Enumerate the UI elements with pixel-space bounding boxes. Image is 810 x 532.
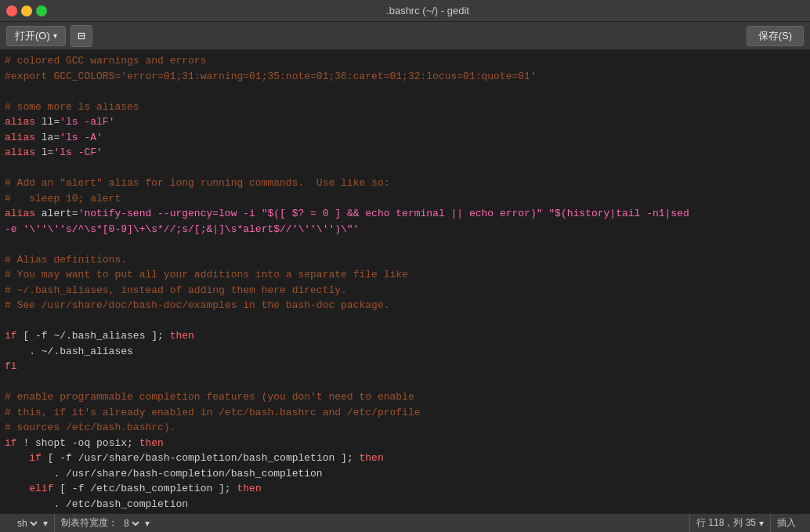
- language-selector[interactable]: sh ▾: [8, 514, 54, 532]
- code-line: alias la='ls -A': [5, 132, 103, 143]
- line-col-arrow-icon: ▾: [759, 518, 764, 529]
- code-line: # sleep 10; alert: [5, 193, 121, 204]
- bookmark-icon: ⊟: [78, 28, 85, 44]
- code-line: -e '\''\''s/^\s*[0-9]\+\s*//;s/[;&|]\s*a…: [5, 223, 359, 235]
- code-line: # colored GCC warnings and errors: [5, 55, 206, 67]
- insert-mode-item[interactable]: 插入: [770, 514, 802, 532]
- titlebar: .bashrc (~/) - gedit: [0, 0, 810, 22]
- code-line: # this, if it's already enabled in /etc/…: [5, 407, 421, 418]
- code-line: alias l='ls -CF': [5, 147, 103, 158]
- window-controls[interactable]: [6, 5, 47, 16]
- close-button[interactable]: [6, 5, 17, 16]
- open-button[interactable]: 打开(O) ▾: [6, 26, 66, 46]
- code-line: # sources /etc/bash.bashrc).: [5, 422, 175, 433]
- toolbar: 打开(O) ▾ ⊟ 保存(S): [0, 22, 810, 50]
- code-line: alias ll='ls -alF': [5, 116, 114, 128]
- save-button[interactable]: 保存(S): [747, 26, 804, 46]
- minimize-button[interactable]: [21, 5, 32, 16]
- bookmark-button[interactable]: ⊟: [71, 25, 92, 47]
- maximize-button[interactable]: [36, 5, 47, 16]
- editor-area[interactable]: # colored GCC warnings and errors #expor…: [0, 50, 810, 513]
- tab-width-arrow-icon: ▾: [145, 518, 150, 529]
- open-arrow-icon: ▾: [53, 31, 57, 40]
- code-line: . ~/.bash_aliases: [5, 346, 133, 357]
- code-line: # Add an "alert" alias for long running …: [5, 177, 389, 189]
- language-dropdown[interactable]: sh: [14, 517, 40, 530]
- code-line: # some more ls aliases: [5, 101, 139, 113]
- line-col-item: 行 118，列 35 ▾: [689, 514, 770, 532]
- code-line: elif [ -f /etc/bash_completion ]; then: [5, 483, 262, 494]
- line-col-text: 行 118，列 35: [696, 516, 756, 530]
- code-line: # ~/.bash_aliases, instead of adding the…: [5, 284, 347, 296]
- code-line: #export GCC_COLORS='error=01;31:warning=…: [5, 71, 537, 82]
- insert-mode-text: 插入: [777, 516, 796, 530]
- code-line: # Alias definitions.: [5, 254, 127, 266]
- code-line: # You may want to put all your additions…: [5, 269, 408, 280]
- code-line: . /etc/bash_completion: [5, 498, 188, 510]
- code-line: . /usr/share/bash-completion/bash_comple…: [5, 468, 323, 480]
- code-line: fi: [5, 360, 17, 372]
- tab-width-dropdown[interactable]: 8: [121, 517, 142, 530]
- code-line: alias alert='notify-send --urgency=low -…: [5, 208, 689, 219]
- window-title: .bashrc (~/) - gedit: [52, 5, 804, 16]
- open-label: 打开(O): [15, 29, 50, 43]
- lang-arrow-icon: ▾: [43, 518, 48, 529]
- code-line: # See /usr/share/doc/bash-doc/examples i…: [5, 299, 389, 311]
- code-line: # enable programmable completion feature…: [5, 391, 414, 403]
- code-line: if [ -f /usr/share/bash-completion/bash_…: [5, 452, 384, 464]
- code-line: if ! shopt -oq posix; then: [5, 437, 164, 449]
- statusbar: sh ▾ 制表符宽度： 8 ▾ 行 118，列 35 ▾ 插入: [0, 513, 810, 532]
- tab-width-label: 制表符宽度：: [61, 516, 118, 530]
- tab-width-item[interactable]: 制表符宽度： 8 ▾: [54, 514, 156, 532]
- code-line: if [ -f ~/.bash_aliases ]; then: [5, 330, 194, 342]
